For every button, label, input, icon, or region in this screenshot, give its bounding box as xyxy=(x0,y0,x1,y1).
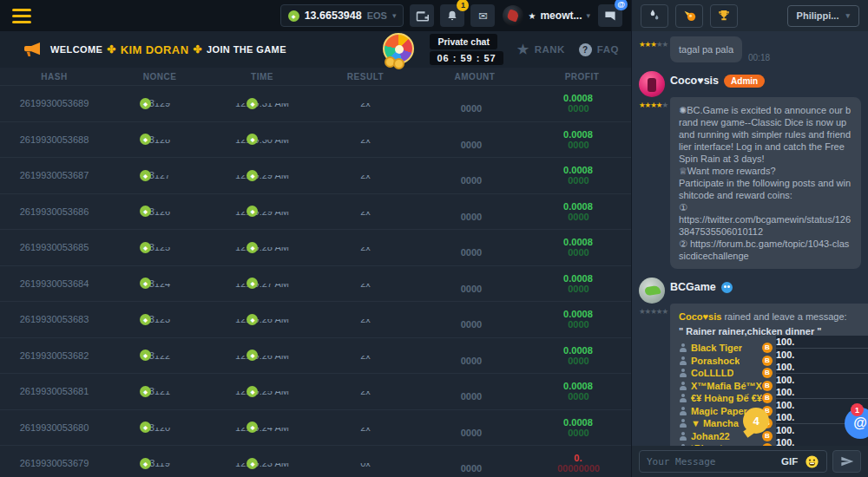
notification-badge: 1 xyxy=(457,0,469,11)
megaphone-icon xyxy=(23,42,42,57)
message-input-box: GIF xyxy=(639,450,827,473)
chat-toggle-button[interactable]: @ xyxy=(598,4,622,27)
rain-sender[interactable]: Coco♥sis xyxy=(679,311,721,322)
bet-profit: 0.00000000 EOS xyxy=(532,453,631,474)
admin-badge: Admin xyxy=(724,75,765,88)
chevron-down-icon: ▾ xyxy=(586,11,590,20)
private-chat-timer[interactable]: Private chat 06 : 59 : 57 xyxy=(430,34,503,65)
region-dropdown[interactable]: Philippi... ▾ xyxy=(787,5,859,27)
gif-button[interactable]: GIF xyxy=(781,456,798,467)
table-row[interactable]: 2619930053686 3126 12:59:29 AM 2x 0.0004… xyxy=(0,193,631,230)
bet-hash: 2619930053681 xyxy=(0,386,108,396)
table-row[interactable]: 2619930053688 3128 12:59:30 AM 2x 0.0004… xyxy=(0,121,631,158)
rain-user[interactable]: €¥ Hoàng Đế €¥ xyxy=(679,392,762,404)
rain-user[interactable]: Porashock xyxy=(679,355,740,367)
rain-user-row: `Riane` 100.000000 xyxy=(679,442,868,446)
lucky-spin-button[interactable] xyxy=(383,33,416,66)
rain-bubble: Coco♥sis rained and leave a message: " R… xyxy=(670,304,868,446)
chat-message: Coco♥sis Admin ★★★★★ ✺BC.Game is excited… xyxy=(639,71,861,269)
table-row[interactable]: 2619930053682 3122 12:59:26 AM 2x 0.0004… xyxy=(0,337,631,374)
topbar-actions: 13.6653948 EOS ▾ 1 ✉ ★ meowt... xyxy=(280,4,622,27)
user-icon xyxy=(679,419,687,428)
col-nonce: NONCE xyxy=(108,72,211,82)
mail-button[interactable]: ✉ xyxy=(470,4,495,27)
user-icon xyxy=(679,394,687,402)
trophy-button[interactable] xyxy=(710,4,738,28)
eos-coin-icon xyxy=(140,314,151,325)
message-time: 00:18 xyxy=(748,53,770,62)
message-author-row: Coco♥sis Admin xyxy=(670,71,861,90)
chevron-down-icon: ▾ xyxy=(392,11,397,20)
rain-user[interactable]: ▼ Mancha ▼ xyxy=(679,417,751,429)
table-row[interactable]: 2619930053681 3121 12:59:25 AM 2x 0.0004… xyxy=(0,373,631,409)
message-text: ✺BC.Game is excited to announce our bran… xyxy=(679,105,851,261)
bet-hash: 2619930053684 xyxy=(0,278,108,289)
bet-profit: 0.00080000 EOS xyxy=(532,201,631,222)
announcement-bar: WELCOME ✤ KIM DORAN ✤ JOIN THE GAME Priv… xyxy=(0,31,631,68)
rain-user[interactable]: Black Tiger xyxy=(679,342,742,354)
wallet-button[interactable] xyxy=(410,4,434,27)
message-input[interactable] xyxy=(647,456,774,467)
col-time: TIME xyxy=(211,72,313,82)
bet-profit: 0.00080000 EOS xyxy=(532,345,631,366)
message-text: tagal pa pala xyxy=(679,44,733,55)
bet-profit: 0.00080000 EOS xyxy=(532,381,631,402)
avatar[interactable] xyxy=(639,71,665,97)
balance-currency: EOS xyxy=(367,10,387,21)
table-row[interactable]: 2619930053683 3123 12:59:26 AM 2x 0.0004… xyxy=(0,301,631,337)
chat-header: Philippi... ▾ xyxy=(632,0,868,31)
table-row[interactable]: 2619930053687 3127 12:59:29 AM 2x 0.0004… xyxy=(0,157,631,193)
table-row[interactable]: 2619930053679 3119 12:59:23 AM 0x 0.0004… xyxy=(0,445,631,477)
chat-panel: Philippi... ▾ ★★★★★ tagal pa pala 00:18 xyxy=(632,0,868,477)
chat-messages: ★★★★★ tagal pa pala 00:18 Coco♥sis Admin… xyxy=(632,31,868,446)
eos-coin-icon xyxy=(140,170,151,181)
emoji-button[interactable] xyxy=(805,454,819,469)
faq-link[interactable]: ? FAQ xyxy=(579,43,619,56)
username: meowt... xyxy=(540,10,582,22)
message-author-row: BCGame xyxy=(670,278,868,297)
eos-coin-icon xyxy=(140,458,151,469)
rain-headline: Coco♥sis rained and leave a message: xyxy=(679,310,868,323)
user-icon xyxy=(679,369,687,377)
scroll-down-badge[interactable]: 4 xyxy=(743,408,769,434)
table-row[interactable]: 2619930053689 3129 12:59:31 AM 2x 0.0004… xyxy=(0,85,631,121)
message-bubble: tagal pa pala xyxy=(670,36,742,62)
rain-user[interactable]: CoLLLLD xyxy=(679,367,733,379)
avatar[interactable] xyxy=(639,278,665,304)
mention-badge: @ xyxy=(615,0,628,10)
author-name[interactable]: Coco♥sis xyxy=(670,75,719,87)
rain-user[interactable]: `Riane` xyxy=(679,442,723,446)
top-bar: 13.6653948 EOS ▾ 1 ✉ ★ meowt... xyxy=(0,0,631,31)
bet-hash: 2619930053680 xyxy=(0,422,108,433)
btc-coin-icon xyxy=(762,443,773,446)
table-row[interactable]: 2619930053684 3124 12:59:27 AM 2x 0.0004… xyxy=(0,265,631,302)
col-result: RESULT xyxy=(313,72,418,82)
table-row[interactable]: 2619930053680 3120 12:59:24 AM 2x 0.0004… xyxy=(0,409,631,446)
fireball-icon xyxy=(682,9,697,23)
bets-table: HASH NONCE TIME RESULT AMOUNT PROFIT 261… xyxy=(0,68,631,477)
send-button[interactable] xyxy=(832,450,861,473)
rain-icon xyxy=(648,9,661,23)
wallet-icon xyxy=(416,10,429,22)
bet-profit: 0.00080000 EOS xyxy=(532,417,631,438)
bet-profit: 0.00080000 EOS xyxy=(532,129,631,150)
user-icon xyxy=(679,343,687,352)
fireball-button[interactable] xyxy=(675,4,703,28)
table-row[interactable]: 2619930053685 3125 12:59:28 AM 2x 0.0004… xyxy=(0,229,631,265)
rain-button[interactable] xyxy=(641,4,668,28)
balance-value: 13.6653948 xyxy=(305,10,362,22)
question-icon: ? xyxy=(579,43,592,56)
rain-user[interactable]: Johan22 xyxy=(679,430,730,442)
menu-icon[interactable] xyxy=(9,5,35,27)
bet-profit: 0.00080000 EOS xyxy=(532,309,631,330)
notifications-button[interactable]: 1 xyxy=(440,4,464,27)
user-menu[interactable]: ★ meowt... ▾ xyxy=(501,5,592,26)
rank-link[interactable]: ★ RANK xyxy=(517,42,565,57)
balance-selector[interactable]: 13.6653948 EOS ▾ xyxy=(280,4,404,27)
rain-user[interactable]: X™Mafia Bé™X xyxy=(679,380,762,392)
welcome-bar-right: Private chat 06 : 59 : 57 ★ RANK ? FAQ xyxy=(383,33,619,66)
welcome-prefix: WELCOME xyxy=(50,44,102,55)
rain-user[interactable]: Magic Paper♠ xyxy=(679,405,753,417)
eos-coin-icon xyxy=(140,386,151,397)
author-name[interactable]: BCGame xyxy=(670,281,716,293)
